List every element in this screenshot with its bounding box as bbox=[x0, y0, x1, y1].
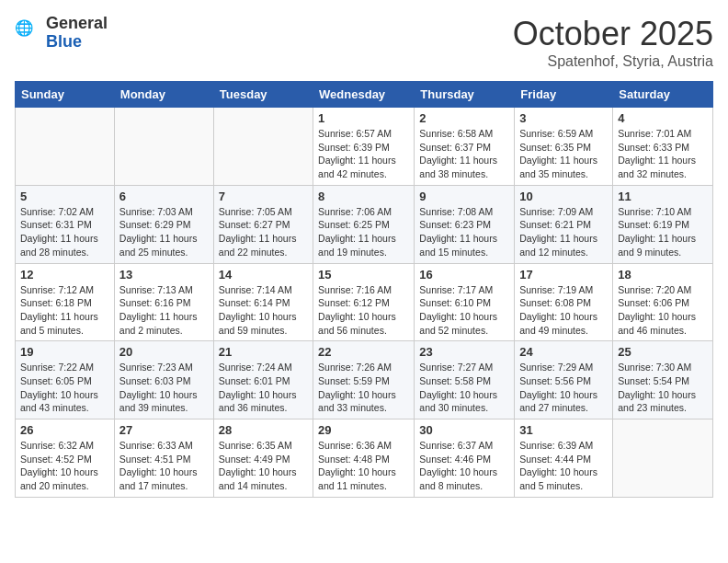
day-info-line: Daylight: 11 hours and 42 minutes. bbox=[318, 154, 409, 180]
day-info-line: Sunrise: 7:29 AM bbox=[519, 361, 608, 374]
day-info-line: Sunrise: 7:23 AM bbox=[119, 361, 209, 374]
day-info-line: Sunrise: 7:16 AM bbox=[318, 283, 409, 297]
day-info-line: Daylight: 11 hours and 32 minutes. bbox=[618, 154, 708, 180]
day-info-line: Daylight: 10 hours and 36 minutes. bbox=[219, 388, 308, 415]
day-info-line: Sunrise: 7:19 AM bbox=[519, 283, 608, 297]
calendar-day-cell: 24Sunrise: 7:29 AMSunset: 5:56 PMDayligh… bbox=[515, 341, 613, 419]
day-info: Sunrise: 7:23 AMSunset: 6:03 PMDaylight:… bbox=[119, 361, 209, 415]
day-info-line: Daylight: 11 hours and 15 minutes. bbox=[419, 232, 509, 259]
calendar-week-row: 5Sunrise: 7:02 AMSunset: 6:31 PMDaylight… bbox=[16, 185, 713, 263]
day-info-line: Sunset: 6:33 PM bbox=[618, 141, 708, 155]
day-info-line: Sunrise: 6:37 AM bbox=[419, 439, 509, 453]
calendar-day-cell: 15Sunrise: 7:16 AMSunset: 6:12 PMDayligh… bbox=[313, 263, 415, 341]
day-info-line: Sunset: 6:23 PM bbox=[419, 218, 509, 232]
day-info-line: Daylight: 11 hours and 12 minutes. bbox=[519, 232, 608, 259]
calendar-day-cell: 22Sunrise: 7:26 AMSunset: 5:59 PMDayligh… bbox=[313, 341, 415, 419]
day-info: Sunrise: 7:17 AMSunset: 6:10 PMDaylight:… bbox=[419, 283, 509, 338]
day-number: 27 bbox=[119, 423, 209, 437]
day-info-line: Sunset: 6:25 PM bbox=[318, 218, 409, 232]
day-number: 18 bbox=[618, 268, 708, 282]
day-info-line: Daylight: 11 hours and 28 minutes. bbox=[20, 232, 109, 259]
day-number: 14 bbox=[219, 268, 308, 282]
day-info-line: Daylight: 10 hours and 17 minutes. bbox=[119, 465, 209, 492]
day-info-line: Daylight: 11 hours and 2 minutes. bbox=[119, 310, 209, 337]
day-number: 6 bbox=[119, 190, 209, 203]
day-info: Sunrise: 7:20 AMSunset: 6:06 PMDaylight:… bbox=[618, 283, 708, 338]
day-info-line: Daylight: 10 hours and 52 minutes. bbox=[419, 310, 509, 337]
day-info-line: Sunset: 4:44 PM bbox=[519, 453, 608, 466]
day-info: Sunrise: 6:32 AMSunset: 4:52 PMDaylight:… bbox=[20, 439, 109, 493]
day-info: Sunrise: 7:13 AMSunset: 6:16 PMDaylight:… bbox=[119, 283, 209, 338]
day-info-line: Sunrise: 7:12 AM bbox=[20, 283, 109, 297]
calendar-day-cell bbox=[613, 419, 713, 498]
day-number: 30 bbox=[419, 423, 509, 437]
day-info: Sunrise: 7:06 AMSunset: 6:25 PMDaylight:… bbox=[318, 205, 409, 259]
calendar-day-cell: 12Sunrise: 7:12 AMSunset: 6:18 PMDayligh… bbox=[16, 263, 115, 341]
day-info-line: Daylight: 11 hours and 19 minutes. bbox=[318, 232, 409, 259]
calendar-table: SundayMondayTuesdayWednesdayThursdayFrid… bbox=[15, 81, 713, 498]
day-number: 9 bbox=[419, 190, 509, 203]
day-info-line: Sunrise: 7:13 AM bbox=[119, 283, 209, 297]
day-info-line: Sunrise: 7:17 AM bbox=[419, 283, 509, 297]
day-info-line: Sunset: 6:03 PM bbox=[119, 374, 209, 388]
day-number: 20 bbox=[119, 345, 209, 359]
day-info-line: Sunset: 4:48 PM bbox=[318, 453, 409, 466]
day-info-line: Sunrise: 7:05 AM bbox=[219, 205, 308, 219]
calendar-day-cell: 9Sunrise: 7:08 AMSunset: 6:23 PMDaylight… bbox=[415, 185, 515, 263]
day-info-line: Sunset: 6:12 PM bbox=[318, 296, 409, 310]
day-number: 4 bbox=[618, 111, 708, 125]
day-info: Sunrise: 7:24 AMSunset: 6:01 PMDaylight:… bbox=[219, 361, 308, 415]
day-info-line: Sunset: 4:46 PM bbox=[419, 453, 509, 466]
calendar-day-cell: 19Sunrise: 7:22 AMSunset: 6:05 PMDayligh… bbox=[16, 341, 115, 419]
calendar-day-cell: 4Sunrise: 7:01 AMSunset: 6:33 PMDaylight… bbox=[613, 108, 713, 186]
day-number: 17 bbox=[519, 268, 608, 282]
day-info-line: Sunset: 4:51 PM bbox=[119, 453, 209, 466]
day-info: Sunrise: 7:02 AMSunset: 6:31 PMDaylight:… bbox=[20, 205, 109, 259]
calendar-day-cell: 10Sunrise: 7:09 AMSunset: 6:21 PMDayligh… bbox=[515, 185, 613, 263]
day-number: 28 bbox=[219, 423, 308, 437]
day-info-line: Sunrise: 6:58 AM bbox=[419, 127, 509, 141]
day-info: Sunrise: 7:16 AMSunset: 6:12 PMDaylight:… bbox=[318, 283, 409, 338]
day-info-line: Sunset: 5:59 PM bbox=[318, 374, 409, 388]
day-info-line: Sunset: 6:01 PM bbox=[219, 374, 308, 388]
calendar-day-cell: 11Sunrise: 7:10 AMSunset: 6:19 PMDayligh… bbox=[613, 185, 713, 263]
day-info-line: Daylight: 10 hours and 30 minutes. bbox=[419, 388, 509, 415]
day-info-line: Sunrise: 7:06 AM bbox=[318, 205, 409, 219]
day-of-week-header: Sunday bbox=[16, 82, 115, 108]
day-info-line: Sunset: 6:06 PM bbox=[618, 296, 708, 310]
day-number: 10 bbox=[519, 190, 608, 203]
calendar-day-cell: 2Sunrise: 6:58 AMSunset: 6:37 PMDaylight… bbox=[415, 108, 515, 186]
day-info-line: Sunrise: 7:01 AM bbox=[618, 127, 708, 141]
logo-blue: Blue bbox=[46, 33, 108, 52]
day-info-line: Sunrise: 7:10 AM bbox=[618, 205, 708, 219]
day-info-line: Daylight: 10 hours and 46 minutes. bbox=[618, 310, 708, 337]
calendar-week-row: 12Sunrise: 7:12 AMSunset: 6:18 PMDayligh… bbox=[16, 263, 713, 341]
day-info: Sunrise: 7:05 AMSunset: 6:27 PMDaylight:… bbox=[219, 205, 308, 259]
day-number: 25 bbox=[618, 345, 708, 359]
day-info: Sunrise: 6:37 AMSunset: 4:46 PMDaylight:… bbox=[419, 439, 509, 493]
day-info-line: Sunset: 6:27 PM bbox=[219, 218, 308, 232]
calendar-header-row: SundayMondayTuesdayWednesdayThursdayFrid… bbox=[16, 82, 713, 108]
day-number: 29 bbox=[318, 423, 409, 437]
day-info-line: Sunset: 5:56 PM bbox=[519, 374, 608, 388]
calendar-day-cell: 31Sunrise: 6:39 AMSunset: 4:44 PMDayligh… bbox=[515, 419, 613, 498]
calendar-day-cell: 8Sunrise: 7:06 AMSunset: 6:25 PMDaylight… bbox=[313, 185, 415, 263]
day-info-line: Sunrise: 7:22 AM bbox=[20, 361, 109, 374]
day-info-line: Daylight: 10 hours and 20 minutes. bbox=[20, 465, 109, 492]
calendar-day-cell: 6Sunrise: 7:03 AMSunset: 6:29 PMDaylight… bbox=[114, 185, 213, 263]
day-info: Sunrise: 7:19 AMSunset: 6:08 PMDaylight:… bbox=[519, 283, 608, 338]
day-number: 23 bbox=[419, 345, 509, 359]
day-info: Sunrise: 7:26 AMSunset: 5:59 PMDaylight:… bbox=[318, 361, 409, 415]
day-info: Sunrise: 6:33 AMSunset: 4:51 PMDaylight:… bbox=[119, 439, 209, 493]
day-info-line: Sunrise: 7:26 AM bbox=[318, 361, 409, 374]
day-info-line: Sunset: 6:37 PM bbox=[419, 141, 509, 155]
day-info-line: Sunrise: 7:09 AM bbox=[519, 205, 608, 219]
day-number: 15 bbox=[318, 268, 409, 282]
logo-text: General Blue bbox=[46, 15, 108, 52]
day-info-line: Daylight: 10 hours and 33 minutes. bbox=[318, 388, 409, 415]
day-info: Sunrise: 7:29 AMSunset: 5:56 PMDaylight:… bbox=[519, 361, 608, 415]
day-of-week-header: Tuesday bbox=[213, 82, 313, 108]
day-number: 5 bbox=[20, 190, 109, 203]
day-info: Sunrise: 7:30 AMSunset: 5:54 PMDaylight:… bbox=[618, 361, 708, 415]
day-info-line: Sunset: 6:19 PM bbox=[618, 218, 708, 232]
